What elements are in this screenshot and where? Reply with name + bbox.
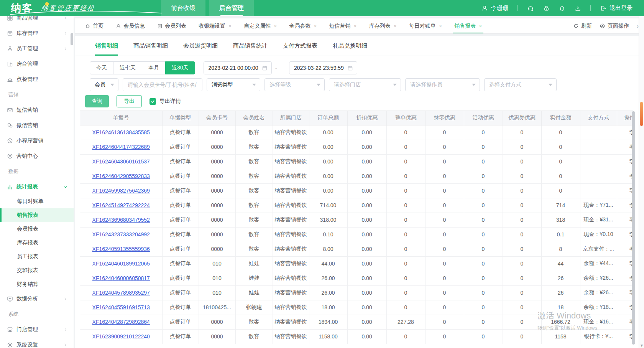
tab-member-list[interactable]: 会员列表 <box>151 18 192 33</box>
close-icon[interactable]: × <box>354 23 357 29</box>
sidebar-subitem-staff-report[interactable]: 员工报表 <box>0 250 74 264</box>
sidebar-item-stores[interactable]: 门店管理 <box>0 322 74 337</box>
logout-button[interactable]: 退出登录 <box>600 5 632 12</box>
store-select[interactable]: 请选择门店 <box>329 78 401 91</box>
date-to-input[interactable]: 2023-03-22 23:59:59 <box>289 61 357 74</box>
order-number-link[interactable]: XF16246042905592833 <box>92 173 150 179</box>
close-icon[interactable]: × <box>439 23 442 29</box>
sidebar-subitem-sales-report[interactable]: 销售报表 <box>0 208 74 222</box>
query-button[interactable]: 查询 <box>85 95 109 107</box>
order-number-link[interactable]: XF16246136138435585 <box>92 129 150 135</box>
order-number-link[interactable]: XF16240591355559936 <box>92 246 150 252</box>
subtab-payment-report[interactable]: 支付方式报表 <box>283 36 317 56</box>
sidebar-subitem-inventory-report[interactable]: 库存报表 <box>0 236 74 250</box>
order-number-link[interactable]: XF16239009210122240 <box>92 333 150 340</box>
order-number-link[interactable]: XF16243237333204992 <box>92 231 150 237</box>
order-number-link[interactable]: XF16240428729892864 <box>92 319 150 325</box>
sidebar-item-wechat[interactable]: 微信营销 <box>0 118 74 133</box>
tab-custom-attrs[interactable]: 自定义属性× <box>238 18 283 33</box>
order-number-link[interactable]: XF16240460189912065 <box>92 261 150 267</box>
close-icon[interactable]: × <box>314 23 317 29</box>
refresh-button[interactable]: 刷新 <box>573 23 592 30</box>
order-number-link[interactable]: XF16240457898935297 <box>92 290 150 296</box>
sidebar-subitem-daily-bill[interactable]: 每日对账单 <box>0 195 74 208</box>
order-number-link[interactable]: XF16246044174322689 <box>92 144 150 150</box>
top-header: 纳客 纳客管店更轻松 前台收银后台管理 李珊珊 退出登录 <box>0 0 644 16</box>
sidebar-item-analysis[interactable]: 数据分析 <box>0 291 74 307</box>
subtab-gift-exchange-detail[interactable]: 礼品兑换明细 <box>333 36 367 56</box>
sidebar-subitem-finance[interactable]: 财务结算 <box>0 277 74 291</box>
tab-home[interactable]: 首页 <box>79 18 110 33</box>
subtab-goods-sales-stats[interactable]: 商品销售统计 <box>233 36 268 56</box>
date-from-input[interactable]: 2023-02-21 00:00:00 <box>204 61 272 74</box>
tab-sms-marketing[interactable]: 短信营销× <box>323 18 363 33</box>
lock-icon[interactable] <box>543 5 550 12</box>
sidebar-item-reports[interactable]: 统计报表 <box>0 179 74 195</box>
table-cell: 点餐订单 <box>162 227 199 242</box>
sidebar-item-dining[interactable]: 点餐管理 <box>0 72 74 87</box>
sidebar-item-inventory[interactable]: 库存管理 <box>0 26 74 41</box>
operator-select[interactable]: 请选择操作员 <box>405 78 480 91</box>
quick-range-today[interactable]: 今天 <box>90 61 113 74</box>
checkbox-checked-icon[interactable] <box>150 98 156 105</box>
sidebar-item-marketing-center[interactable]: 营销中心 <box>0 148 74 164</box>
tab-daily-bill[interactable]: 每日对账单× <box>403 18 448 33</box>
sidebar-item-miniprogram[interactable]: 小程序营销 <box>0 133 74 148</box>
order-number-link[interactable]: XF16243696803479552 <box>92 217 150 223</box>
level-select[interactable]: 选择等级 <box>264 78 325 91</box>
quick-range-last30days[interactable]: 近30天 <box>165 61 195 74</box>
export-button[interactable]: 导出 <box>117 95 142 107</box>
brand-logo: 纳客 纳客管店更轻松 <box>0 0 161 16</box>
quick-range-this-month[interactable]: 本月 <box>142 61 166 74</box>
sidebar-item-staff[interactable]: 员工管理 <box>0 41 74 56</box>
download-icon[interactable] <box>575 5 581 12</box>
table-cell: 18100425... <box>199 300 235 315</box>
bell-icon[interactable] <box>559 5 565 12</box>
header-tab-frontdesk[interactable]: 前台收银 <box>161 0 205 16</box>
current-user[interactable]: 李珊珊 <box>481 5 508 12</box>
subtab-goods-sales-detail[interactable]: 商品销售明细 <box>133 36 168 56</box>
tab-inventory-list[interactable]: 库存列表× <box>363 18 403 33</box>
export-detail-checkbox-group[interactable]: 导出详情 <box>150 98 181 105</box>
subtab-sales-detail[interactable]: 销售明细 <box>95 36 118 56</box>
tab-cashier-settings[interactable]: 收银端设置× <box>192 18 238 33</box>
header-tab-backstage[interactable]: 后台管理 <box>209 0 254 16</box>
member-type-select[interactable]: 会员 <box>90 78 118 91</box>
sidebar-scrollbar-thumb[interactable] <box>71 33 73 45</box>
table-cell: 318 <box>541 213 580 227</box>
order-number-link[interactable]: XF16245998275642369 <box>92 188 150 194</box>
order-number-link[interactable]: XF16246043060161537 <box>92 158 150 165</box>
table-row: XF16245998275642369点餐订单0000散客纳客营销餐饮0.000… <box>80 183 633 198</box>
tab-sales-report[interactable]: 销售报表× <box>448 18 488 33</box>
consume-type-select[interactable]: 消费类型 <box>207 78 260 91</box>
sidebar-subitem-member-report[interactable]: 会员报表 <box>0 222 74 236</box>
table-cell: 纳客营销餐饮 <box>273 242 309 256</box>
page-scrollbar-thumb[interactable] <box>640 102 643 126</box>
member-search-input[interactable] <box>123 78 202 91</box>
payment-select[interactable]: 选择支付方式 <box>484 78 557 91</box>
subtab-member-refund-detail[interactable]: 会员退货明细 <box>183 36 218 56</box>
close-icon[interactable]: × <box>274 23 277 29</box>
page-scrollbar[interactable]: ▼ <box>639 16 644 348</box>
close-icon[interactable]: × <box>228 23 232 29</box>
order-number-link[interactable]: XF16240460006050817 <box>92 275 150 281</box>
order-number-link[interactable]: XF16240455916915713 <box>92 304 150 310</box>
sidebar-item-rooms[interactable]: 房台管理 <box>0 56 74 72</box>
close-icon[interactable]: × <box>394 23 397 29</box>
sidebar-item-sms[interactable]: 短信营销 <box>0 102 74 118</box>
sidebar-item-settings[interactable]: 系统设置 <box>0 337 74 348</box>
quick-range-last7days[interactable]: 近七天 <box>113 61 142 74</box>
close-icon[interactable]: × <box>479 23 482 29</box>
tab-global-params[interactable]: 全局参数× <box>283 18 323 33</box>
headset-icon[interactable] <box>527 5 534 12</box>
order-number-link[interactable]: XF16245149274292224 <box>92 202 150 208</box>
sidebar-subitem-shift-report[interactable]: 交班报表 <box>0 264 74 277</box>
table-scrollbar-thumb[interactable] <box>632 111 635 345</box>
tab-member-info[interactable]: 会员信息 <box>110 18 151 33</box>
scroll-down-arrow-icon[interactable]: ▼ <box>640 344 644 348</box>
table-cell: 714.00 <box>309 198 347 213</box>
sidebar-item-goods[interactable]: 商品管理 <box>0 16 74 26</box>
chevron-right-icon <box>64 31 67 35</box>
page-ops-button[interactable]: 页面操作 <box>600 23 629 30</box>
sidebar-section-label: 数据 <box>0 164 74 179</box>
